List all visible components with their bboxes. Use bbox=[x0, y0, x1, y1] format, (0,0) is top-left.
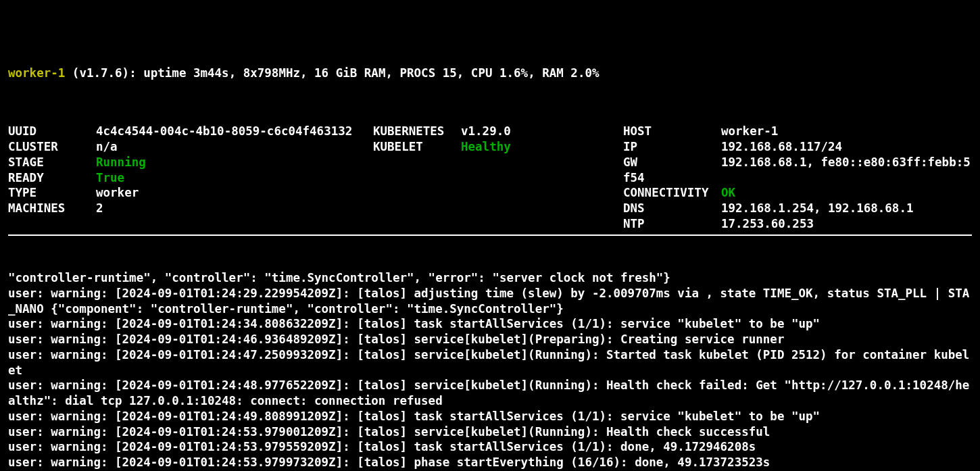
info-col-node: UUID4c4c4544-004c-4b10-8059-c6c04f463132… bbox=[8, 124, 373, 231]
log-output[interactable]: "controller-runtime", "controller": "tim… bbox=[8, 270, 972, 471]
dns-label: DNS bbox=[623, 201, 721, 216]
uuid-label: UUID bbox=[8, 124, 96, 139]
ip-label: IP bbox=[623, 139, 721, 155]
host-value: worker-1 bbox=[721, 124, 778, 138]
stage-label: STAGE bbox=[8, 155, 96, 170]
ntp-value: 17.253.60.253 bbox=[721, 217, 814, 230]
ready-value: True bbox=[96, 171, 124, 184]
header-status-line: worker-1 (v1.7.6): uptime 3m44s, 8x798MH… bbox=[8, 66, 972, 81]
kubelet-label: KUBELET bbox=[373, 139, 461, 155]
info-col-k8s: KUBERNETESv1.29.0 KUBELETHealthy bbox=[373, 124, 623, 231]
type-label: TYPE bbox=[8, 185, 96, 201]
info-panel: UUID4c4c4544-004c-4b10-8059-c6c04f463132… bbox=[8, 124, 972, 235]
header-stats: : uptime 3m44s, 8x798MHz, 16 GiB RAM, PR… bbox=[129, 66, 599, 80]
gw-label: GW bbox=[623, 155, 721, 170]
type-value: worker bbox=[96, 186, 139, 199]
ntp-label: NTP bbox=[623, 216, 721, 232]
machines-value: 2 bbox=[96, 201, 103, 215]
version: v1.7.6 bbox=[79, 66, 122, 80]
uuid-value: 4c4c4544-004c-4b10-8059-c6c04f463132 bbox=[96, 124, 352, 138]
host-label: HOST bbox=[623, 124, 721, 139]
hostname: worker-1 bbox=[8, 66, 65, 80]
stage-value: Running bbox=[96, 155, 146, 169]
info-col-network: HOSTworker-1 IP192.168.68.117/24 GW192.1… bbox=[623, 124, 972, 231]
connectivity-value: OK bbox=[721, 186, 735, 199]
ready-label: READY bbox=[8, 170, 96, 186]
kubernetes-value: v1.29.0 bbox=[461, 124, 511, 138]
ip-value: 192.168.68.117/24 bbox=[721, 140, 842, 153]
machines-label: MACHINES bbox=[8, 201, 96, 216]
connectivity-label: CONNECTIVITY bbox=[623, 185, 721, 201]
dns-value: 192.168.1.254, 192.168.68.1 bbox=[721, 201, 913, 215]
cluster-value: n/a bbox=[96, 140, 118, 153]
kubelet-value: Healthy bbox=[461, 140, 511, 153]
kubernetes-label: KUBERNETES bbox=[373, 124, 461, 139]
cluster-label: CLUSTER bbox=[8, 139, 96, 155]
